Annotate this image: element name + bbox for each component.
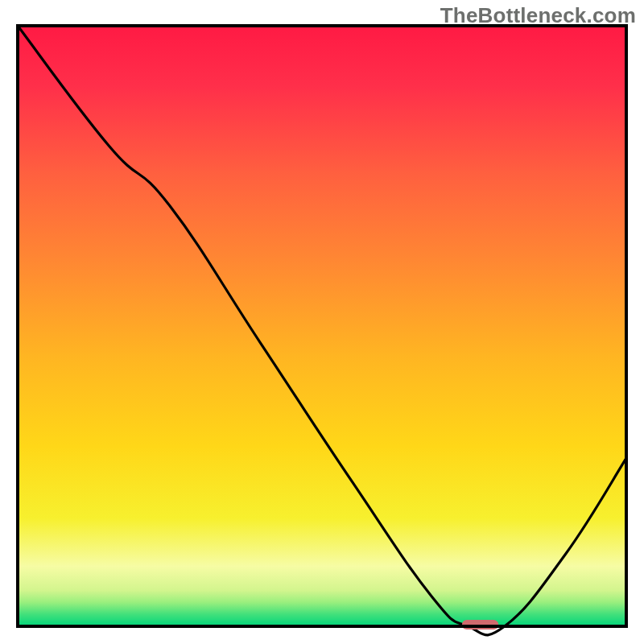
chart-stage: TheBottleneck.com <box>0 0 644 644</box>
chart-background <box>18 26 626 626</box>
chart-svg <box>0 0 644 644</box>
watermark-text: TheBottleneck.com <box>440 3 636 28</box>
